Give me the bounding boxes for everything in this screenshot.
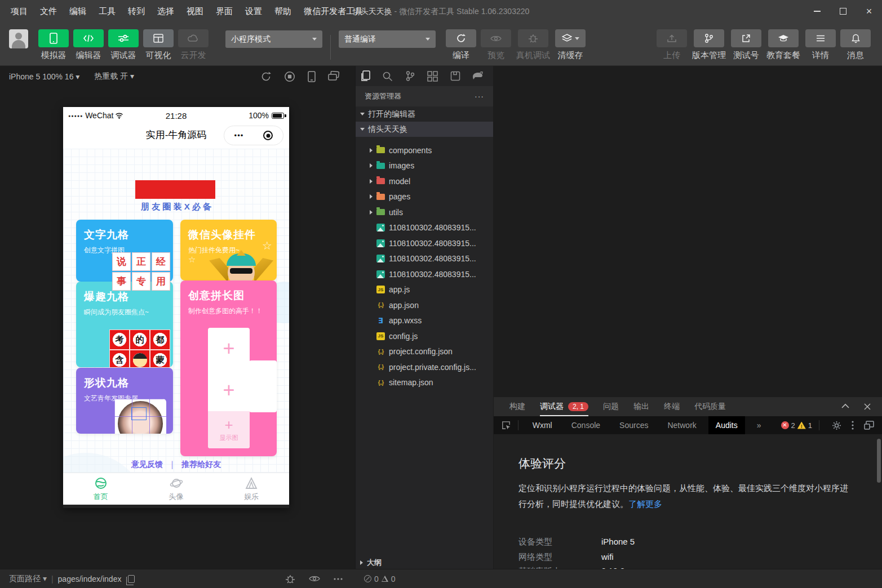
tab-output[interactable]: 输出 [633,397,649,416]
multi-window-icon[interactable] [328,71,339,81]
ad-banner[interactable] [135,180,215,199]
capsule-menu[interactable]: ••• [224,126,283,145]
capsule-target-icon[interactable] [263,131,273,140]
plugin-icon[interactable] [449,70,461,82]
tree-file-appwxss[interactable]: ∃app.wxss [356,313,493,329]
test-account-button[interactable]: 测试号 [730,29,763,61]
edu-suite-button[interactable]: 教育套餐 [765,29,802,61]
inspect-element-icon[interactable] [502,420,511,431]
inspector-toggle-button[interactable]: 调试器 [107,29,140,61]
console-error-count[interactable]: ✕ 2 ! 1 [781,421,812,430]
visual-toggle-button[interactable]: 可视化 [142,29,175,61]
tree-file-image[interactable]: 1108100302.48083915... [356,266,493,282]
card-text-nine-grid[interactable]: 文字九格 创意文字拼图 说 正 经 事 专 用 [76,220,173,282]
menu-interface[interactable]: 界面 [210,0,239,23]
devtools-tab-wxml[interactable]: Wxml [525,416,560,434]
extensions-icon[interactable] [427,70,438,82]
visibility-icon[interactable] [309,575,320,582]
minimize-button[interactable] [804,0,830,23]
tab-debugger[interactable]: 调试器 2, 1 [540,397,588,416]
version-control-button[interactable]: 版本管理 [690,29,728,61]
simulator-toggle-button[interactable]: 模拟器 [37,29,70,61]
tree-file-sitemap[interactable]: {..}sitemap.json [356,375,493,391]
recommend-link[interactable]: 推荐给好友 [181,460,221,469]
problems-counter[interactable]: 0 0 [364,574,396,583]
card-fun-nine-grid[interactable]: 爆趣九格 瞬间成为朋友圈焦点~ 考 的 都 含 蒙 [76,282,173,367]
menu-project[interactable]: 项目 [5,0,34,23]
more-dots-icon[interactable]: ••• [234,131,244,140]
restart-icon[interactable] [260,71,272,82]
tree-folder-model[interactable]: model [356,173,493,189]
feedback-link[interactable]: 意见反馈 [131,460,163,469]
learn-more-link[interactable]: 了解更多 [628,499,662,509]
tree-file-configjs[interactable]: JSconfig.js [356,328,493,344]
compile-mode-select[interactable]: 普通编译 [339,30,436,48]
menu-tools[interactable]: 工具 [92,0,122,23]
close-button[interactable]: × [856,0,882,23]
more-horizontal-icon[interactable] [334,578,343,580]
more-actions-icon[interactable]: ··· [475,92,484,101]
tree-file-appjson[interactable]: {..}app.json [356,297,493,313]
mode-select[interactable]: 小程序模式 [225,30,322,48]
copy-path-icon[interactable] [128,575,135,583]
open-editors-section[interactable]: 打开的编辑器 [356,106,493,122]
undock-icon[interactable] [864,421,874,430]
card-avatar-widget[interactable]: 微信头像挂件 热门挂件免费用~ ☆ ☆ [180,220,277,280]
messages-button[interactable]: 消息 [839,29,872,61]
tree-file-appjs[interactable]: JSapp.js [356,282,493,298]
device-selector[interactable]: iPhone 5 100% 16 ▾ [9,72,79,81]
files-icon[interactable] [359,70,371,82]
details-button[interactable]: 详情 [804,29,837,61]
search-icon[interactable] [382,70,393,82]
whale-icon[interactable] [472,70,484,82]
preview-slot[interactable]: + 显示图 [208,411,250,448]
add-image-button[interactable]: + [208,328,250,369]
tree-file-projectconfig[interactable]: {..}project.config.json [356,344,493,360]
menu-goto[interactable]: 转到 [122,0,151,23]
devtools-tab-audits[interactable]: Audits [708,416,745,434]
devtools-tab-network[interactable]: Network [660,416,703,434]
tab-fun[interactable]: 娱乐 [214,473,289,505]
project-root-item[interactable]: 情头天天换 [356,122,493,137]
tree-file-image[interactable]: 1108100302.48083915... [356,220,493,236]
device-frame-icon[interactable] [308,71,316,82]
menu-file[interactable]: 文件 [34,0,63,23]
tree-folder-components[interactable]: components [356,142,493,158]
page-path-selector[interactable]: 页面路径 ▾ [9,574,47,584]
tab-terminal[interactable]: 终端 [664,397,680,416]
card-shape-nine-grid[interactable]: 形状九格 文艺青年发图专属 [76,368,173,434]
menu-view[interactable]: 视图 [180,0,210,23]
tree-folder-images[interactable]: images [356,158,493,174]
tab-overflow-chevron[interactable]: » [750,416,769,434]
tree-file-image[interactable]: 1108100302.48083915... [356,251,493,267]
user-avatar[interactable] [9,29,28,48]
close-panel-icon[interactable] [864,403,871,410]
source-control-icon[interactable] [404,70,416,82]
kebab-menu-icon[interactable] [852,421,854,430]
devtools-tab-sources[interactable]: Sources [612,416,655,434]
tab-problems[interactable]: 问题 [603,397,619,416]
gear-icon[interactable] [832,421,841,430]
tab-avatar[interactable]: 头像 [139,473,214,505]
clear-cache-button[interactable]: 清缓存 [554,29,587,61]
outline-section[interactable]: 大纲 [356,556,493,569]
tab-home[interactable]: 首页 [63,473,139,505]
scrollbar-thumb[interactable] [877,439,881,483]
tree-file-image[interactable]: 1108100302.48083915... [356,235,493,251]
menu-edit[interactable]: 编辑 [63,0,92,23]
card-long-image[interactable]: 创意拼长图 制作创意多图的高手！！ + + + 显示图 [180,280,277,456]
menu-settings[interactable]: 设置 [239,0,268,23]
vconsole-bug-icon[interactable] [285,574,295,583]
collapse-up-icon[interactable] [841,403,849,408]
tree-file-privateconfig[interactable]: {..}project.private.config.js... [356,359,493,375]
compile-button[interactable]: 编译 [445,29,477,61]
menu-select[interactable]: 选择 [151,0,180,23]
editor-toggle-button[interactable]: 编辑器 [72,29,105,61]
hot-reload-toggle[interactable]: 热重载 开 ▾ [94,72,134,82]
record-stop-icon[interactable] [284,71,295,82]
maximize-button[interactable] [830,0,856,23]
add-image-button[interactable]: + [208,369,250,411]
tree-folder-pages[interactable]: pages [356,189,493,205]
tab-build[interactable]: 构建 [509,397,525,416]
tree-folder-utils[interactable]: utils [356,204,493,220]
